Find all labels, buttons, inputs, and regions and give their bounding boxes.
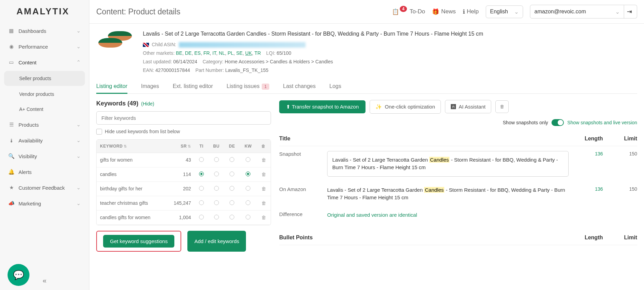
kw-dot[interactable] bbox=[246, 200, 250, 205]
nav-marketing[interactable]: 📣Marketing⌄ bbox=[0, 196, 89, 211]
bu-dot[interactable] bbox=[214, 200, 219, 205]
delete-keyword-button[interactable]: 🗑 bbox=[261, 157, 266, 163]
bu-dot[interactable] bbox=[214, 172, 219, 176]
de-dot[interactable] bbox=[230, 157, 234, 162]
category-label: Category: bbox=[202, 59, 223, 64]
tab-images[interactable]: Images bbox=[141, 79, 159, 93]
table-row: teacher christmas gifts 145,247 🗑 bbox=[97, 196, 271, 211]
ti-dot[interactable] bbox=[199, 172, 204, 176]
ti-dot[interactable] bbox=[199, 157, 204, 162]
delete-keyword-button[interactable]: 🗑 bbox=[261, 215, 266, 220]
nav-products[interactable]: ☰Products⌄ bbox=[0, 117, 89, 133]
kw-dot[interactable] bbox=[246, 215, 250, 219]
tab-ext-listing-editor[interactable]: Ext. listing editor bbox=[173, 79, 213, 93]
keywords-heading: Keywords (49) bbox=[96, 100, 138, 107]
ti-dot[interactable] bbox=[199, 200, 204, 205]
todo-link[interactable]: 📋4To-Do bbox=[392, 8, 425, 15]
nav-vendor-products[interactable]: Vendor products bbox=[0, 87, 89, 102]
last-updated-label: Last updated: bbox=[143, 59, 172, 64]
nav-availability[interactable]: 🌡Availability⌄ bbox=[0, 133, 89, 148]
nav-alerts[interactable]: 🔔Alerts bbox=[0, 164, 89, 180]
chat-icon: 💬 bbox=[13, 270, 24, 280]
product-image bbox=[96, 29, 137, 56]
trash-icon: 🗑 bbox=[500, 104, 504, 109]
de-dot[interactable] bbox=[230, 186, 234, 191]
add-edit-keywords-button[interactable]: Add / edit keywords bbox=[187, 231, 246, 252]
get-keyword-suggestions-button[interactable]: Get keyword suggestions bbox=[103, 235, 174, 248]
logo: AMALYTIX bbox=[0, 0, 89, 23]
todo-label: To-Do bbox=[410, 8, 425, 15]
kw-dot[interactable] bbox=[246, 157, 250, 162]
market-se[interactable]: SE bbox=[236, 50, 243, 56]
hide-keywords-link[interactable]: (Hide) bbox=[141, 101, 154, 106]
news-link[interactable]: 🎁News bbox=[432, 8, 456, 15]
ti-dot[interactable] bbox=[199, 215, 204, 219]
table-row: candles gifts for women 1,004 🗑 bbox=[97, 211, 271, 225]
snapshots-toggle[interactable] bbox=[552, 119, 564, 126]
market-es[interactable]: ES bbox=[194, 50, 201, 56]
market-it[interactable]: IT bbox=[212, 50, 216, 56]
last-updated-value: 06/14/2024 bbox=[173, 59, 197, 64]
chat-button[interactable]: 💬 bbox=[8, 264, 29, 286]
chevron-down-icon: ⌄ bbox=[76, 43, 81, 50]
market-tr[interactable]: TR bbox=[255, 50, 261, 56]
account-select[interactable]: amazon@revoic.com⌄ bbox=[530, 5, 624, 18]
col-sr[interactable]: SR⇅ bbox=[165, 140, 195, 153]
kw-cell: gifts for women bbox=[97, 153, 165, 167]
market-fr[interactable]: FR bbox=[203, 50, 210, 56]
nav-content[interactable]: ▭Content⌃ bbox=[0, 54, 89, 70]
market-de[interactable]: DE bbox=[185, 50, 191, 56]
bu-dot[interactable] bbox=[214, 215, 219, 219]
bu-dot[interactable] bbox=[214, 186, 219, 191]
hide-used-checkbox[interactable] bbox=[96, 129, 102, 135]
amazon-length: 136 bbox=[575, 186, 603, 192]
de-dot[interactable] bbox=[230, 215, 234, 219]
kw-cell: birthday gifts for her bbox=[97, 182, 165, 196]
delete-button[interactable]: 🗑 bbox=[495, 100, 509, 113]
market-be[interactable]: BE bbox=[176, 50, 182, 56]
de-dot[interactable] bbox=[230, 172, 234, 176]
transfer-snapshot-button[interactable]: ⬆ Transfer snapshot to Amazon bbox=[279, 100, 366, 113]
table-row: birthday gifts for her 202 🗑 bbox=[97, 182, 271, 196]
ai-assistant-button[interactable]: 🅰AI Assistant bbox=[445, 100, 491, 113]
kw-dot[interactable] bbox=[246, 172, 250, 176]
language-select[interactable]: English⌄ bbox=[486, 5, 523, 18]
kw-dot[interactable] bbox=[246, 186, 250, 191]
market-uk[interactable]: UK bbox=[245, 50, 252, 56]
nav-customer-feedback[interactable]: ★Customer Feedback⌄ bbox=[0, 180, 89, 196]
wand-icon: ✨ bbox=[375, 104, 382, 110]
col-actions: 🗑 bbox=[257, 140, 271, 153]
one-click-optimization-button[interactable]: ✨One-click optimization bbox=[370, 100, 441, 114]
delete-keyword-button[interactable]: 🗑 bbox=[261, 172, 266, 177]
bu-dot[interactable] bbox=[214, 157, 219, 162]
nav-performance[interactable]: ◉Performance⌄ bbox=[0, 39, 89, 54]
tab-listing-editor[interactable]: Listing editor bbox=[96, 79, 127, 93]
tab-logs[interactable]: Logs bbox=[330, 79, 342, 93]
help-link[interactable]: ℹHelp bbox=[463, 8, 479, 15]
snapshot-title-input[interactable]: Lavalis - Set of 2 Large Terracotta Gard… bbox=[327, 151, 569, 177]
delete-keyword-button[interactable]: 🗑 bbox=[261, 186, 266, 191]
nav-dashboards[interactable]: ▦Dashboards⌄ bbox=[0, 23, 89, 39]
de-dot[interactable] bbox=[230, 200, 234, 205]
topbar: Content: Product details 📋4To-Do 🎁News ℹ… bbox=[89, 0, 644, 24]
issues-badge: 1 bbox=[262, 84, 270, 90]
tab-listing-issues[interactable]: Listing issues1 bbox=[227, 79, 270, 93]
delete-keyword-button[interactable]: 🗑 bbox=[261, 200, 266, 206]
chevron-down-icon: ⌄ bbox=[615, 9, 620, 15]
nav-aplus-content[interactable]: A+ Content bbox=[0, 102, 89, 117]
ti-dot[interactable] bbox=[199, 186, 204, 191]
sr-cell: 1,004 bbox=[165, 211, 195, 225]
filter-keywords-input[interactable] bbox=[96, 111, 271, 125]
col-keyword[interactable]: KEYWORD⇅ bbox=[97, 140, 165, 153]
market-nl[interactable]: NL bbox=[219, 50, 225, 56]
tab-last-changes[interactable]: Last changes bbox=[283, 79, 315, 93]
logout-button[interactable]: ⇥ bbox=[622, 5, 637, 18]
kw-cell: candles gifts for women bbox=[97, 211, 165, 225]
market-pl[interactable]: PL bbox=[227, 50, 233, 56]
amazon-title-text: Lavalis - Set of 2 Large Terracotta Gard… bbox=[327, 186, 569, 202]
megaphone-icon: 📣 bbox=[8, 200, 14, 206]
chevron-down-icon: ⌄ bbox=[514, 9, 519, 15]
nav-label: Availability bbox=[18, 138, 43, 143]
nav-visibility[interactable]: 🔍Visibility⌄ bbox=[0, 148, 89, 164]
nav-seller-products[interactable]: Seller products bbox=[4, 71, 85, 86]
